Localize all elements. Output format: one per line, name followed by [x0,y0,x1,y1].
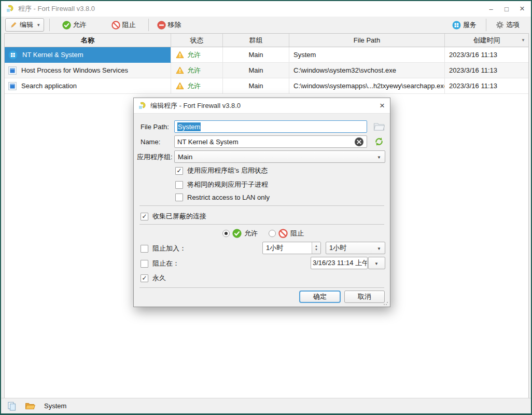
app-icon [6,5,14,13]
checkbox-collect-blocked[interactable]: ✓ 收集已屏蔽的连接 [141,212,206,221]
toolbar-separator [486,19,486,31]
chevron-down-icon: ▼ [374,261,379,266]
maximize-button[interactable]: □ [499,1,514,17]
warning-icon [176,51,184,59]
header-status[interactable]: 状态 [171,34,223,47]
program-name: NT Kernel & System [22,51,83,59]
checkbox-block-at[interactable]: 阻止在： [141,259,179,268]
header-created[interactable]: 创建时间 ▼ [445,34,528,47]
dialog-titlebar: 编辑程序 - Fort Firewall v3.8.0 × [134,98,390,114]
dialog-title: 编辑程序 - Fort Firewall v3.8.0 [150,101,241,110]
checkbox-label: 阻止在： [152,259,179,268]
status-text: 允许 [187,81,201,91]
checkbox-apply-child[interactable]: 将相同的规则应用于子进程 [175,180,268,189]
allow-check-icon [62,21,71,30]
checkbox-block-in[interactable]: 阻止加入： [141,244,186,253]
name-input[interactable]: NT Kernel & System [174,135,367,148]
checkbox-label: 永久 [152,273,166,283]
spin-up-icon: ▲ [315,244,318,248]
created-text: 2023/3/16 11:13 [449,51,497,59]
path-text: C:\windows\system32\svchost.exe [293,66,396,74]
program-name: Search application [21,82,77,90]
checkbox-checked: ✓ [141,213,148,220]
block-button[interactable]: 阻止 [111,20,136,30]
group-text: Main [248,66,263,74]
block-datetime-input[interactable]: 3/16/23 11:14 上午 [311,257,368,269]
stepper-value: 1小时 [266,243,283,253]
radio-block[interactable]: 阻止 [269,229,304,238]
chevron-down-icon: ▼ [377,155,381,160]
checkbox-unchecked [175,193,183,201]
sort-indicator-icon: ▼ [521,38,525,43]
created-text: 2023/3/16 11:13 [449,82,497,90]
statusbar-group-text: System [44,402,66,410]
table-row[interactable]: Host Process for Windows Services 允许 Mai… [5,63,528,78]
chevron-down-icon: ▾ [37,22,40,27]
refresh-icon[interactable] [374,136,384,147]
checkbox-use-group-state[interactable]: ✓ 使用应用程序组's 启用状态 [175,166,268,175]
separator [139,287,384,288]
header-file-path[interactable]: File Path [289,34,445,47]
services-windows-icon [452,21,461,30]
toolbar-separator [49,19,50,31]
gear-icon [496,21,504,29]
block-label: 阻止 [122,20,136,30]
program-name: Host Process for Windows Services [21,66,128,74]
warning-icon [176,66,184,74]
remove-button[interactable]: 移除 [157,20,181,30]
close-button[interactable]: × [514,1,530,17]
spin-down-icon: ▼ [315,248,318,252]
allow-button[interactable]: 允许 [62,20,87,30]
datetime-dropdown-button[interactable]: ▼ [368,257,385,269]
chevron-down-icon: ▼ [377,246,381,251]
options-label: 选项 [506,20,520,30]
options-button[interactable]: 选项 [496,20,520,30]
dialog-close-icon[interactable]: × [374,98,390,113]
checkbox-lan-only[interactable]: Restrict access to LAN only [175,193,270,201]
pencil-icon [9,21,17,29]
file-path-input[interactable]: System [174,120,367,133]
cancel-button[interactable]: 取消 [344,290,385,303]
edit-label: 编辑 [20,20,33,30]
browse-folder-icon[interactable] [373,122,385,131]
status-text: 允许 [187,66,201,75]
radio-selected [222,230,230,237]
edit-menu-button[interactable]: 编辑 ▾ [5,18,44,32]
table-row[interactable]: Search application 允许 Main C:\windows\sy… [5,78,528,94]
resize-grip[interactable] [383,300,388,306]
checkbox-unchecked [175,181,183,189]
app-group-label: 应用程序组: [137,153,173,162]
table-row[interactable]: NT Kernel & System 允许 Main System 2023/3… [5,47,528,63]
radio-allow[interactable]: 允许 [222,229,258,238]
ok-button[interactable]: 确定 [299,290,341,303]
checkbox-unchecked [141,260,148,268]
header-created-label: 创建时间 [473,36,500,45]
services-label: 服务 [463,20,477,30]
block-hours-select[interactable]: 1小时 ▼ [326,242,385,254]
header-group[interactable]: 群组 [223,34,289,47]
window-title: 程序 - Fort Firewall v3.8.0 [18,4,95,13]
file-path-label: File Path: [141,122,169,132]
stepper-arrows[interactable]: ▲ ▼ [312,242,320,254]
checkbox-forever[interactable]: ✓ 永久 [141,273,166,283]
allow-label: 允许 [73,20,87,30]
statusbar: System [1,398,531,413]
minimize-button[interactable]: – [483,1,499,17]
edit-program-dialog: 编辑程序 - Fort Firewall v3.8.0 × File Path:… [133,98,390,307]
remove-minus-icon [157,21,166,30]
block-hours-stepper[interactable]: 1小时 ▲ ▼ [262,242,321,254]
table-header-row: 名称 状态 群组 File Path 创建时间 ▼ [5,34,528,47]
toolbar-separator [148,19,149,31]
checkbox-label: 使用应用程序组's 启用状态 [187,166,268,175]
header-name[interactable]: 名称 [5,34,171,47]
group-text: Main [248,82,263,90]
allow-check-icon [232,229,242,238]
titlebar: 程序 - Fort Firewall v3.8.0 – □ × [1,1,531,17]
clear-icon[interactable] [355,137,363,146]
block-slash-icon [111,21,120,30]
app-icon [138,102,146,110]
app-group-select[interactable]: Main ▼ [174,150,385,163]
checkbox-label: 收集已屏蔽的连接 [152,212,206,221]
folder-open-icon [25,402,36,410]
services-button[interactable]: 服务 [452,20,477,30]
